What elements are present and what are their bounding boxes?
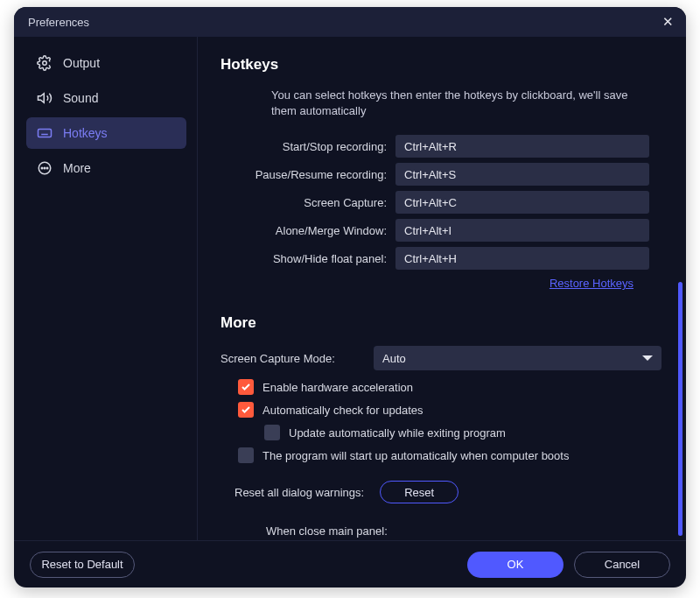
sidebar-item-label: Hotkeys (63, 126, 108, 140)
svg-point-0 (43, 61, 47, 66)
restore-hotkeys-link[interactable]: Restore Hotkeys (550, 277, 634, 290)
check-hw-accel: Enable hardware acceleration (238, 379, 662, 395)
ok-button[interactable]: OK (467, 552, 564, 578)
preferences-window: Preferences ✕ Output (14, 7, 686, 587)
capture-mode-value: Auto (382, 352, 406, 365)
checkbox-auto-update[interactable] (238, 402, 254, 418)
speaker-icon (37, 90, 52, 106)
check-label: Enable hardware acceleration (262, 381, 413, 394)
hotkey-input-screen-capture[interactable] (396, 191, 649, 214)
svg-rect-2 (38, 130, 52, 137)
hotkey-row-alone-merge: Alone/Merge Window: (220, 219, 662, 242)
hotkey-label: Screen Capture: (220, 196, 396, 209)
hotkey-label: Start/Stop recording: (220, 140, 396, 153)
hotkey-row-float-panel: Show/Hide float panel: (220, 247, 662, 270)
more-icon (37, 160, 52, 176)
chevron-down-icon (642, 355, 653, 361)
close-panel-label: When close main panel: (266, 524, 662, 538)
keyboard-icon (37, 125, 52, 141)
svg-point-10 (44, 167, 46, 169)
checkbox-autostart[interactable] (238, 447, 254, 463)
hotkey-input-alone-merge[interactable] (396, 219, 649, 242)
sidebar-item-sound[interactable]: Sound (26, 82, 186, 114)
reset-to-default-button[interactable]: Reset to Default (30, 552, 135, 578)
hotkey-label: Alone/Merge Window: (220, 224, 396, 237)
reset-warnings-label: Reset all dialog warnings: (234, 486, 364, 499)
main-panel: Hotkeys You can select hotkeys then ente… (198, 37, 686, 540)
check-label: The program will start up automatically … (262, 449, 569, 462)
scroll-content: Hotkeys You can select hotkeys then ente… (198, 37, 677, 540)
check-autostart: The program will start up automatically … (238, 447, 662, 463)
check-auto-update: Automatically check for updates (238, 402, 662, 418)
checkbox-hw-accel[interactable] (238, 379, 254, 395)
check-label: Update automatically while exiting progr… (289, 426, 506, 440)
gear-icon (37, 55, 52, 71)
hotkey-label: Show/Hide float panel: (220, 252, 396, 265)
window-body: Output Sound Hotkeys (14, 37, 686, 540)
sidebar-item-label: Sound (63, 91, 98, 105)
sidebar: Output Sound Hotkeys (14, 37, 198, 540)
check-update-exit: Update automatically while exiting progr… (264, 425, 662, 440)
sidebar-item-output[interactable]: Output (26, 47, 186, 79)
sidebar-item-more[interactable]: More (26, 152, 186, 184)
hotkey-row-pause-resume: Pause/Resume recording: (220, 163, 662, 186)
reset-warnings-row: Reset all dialog warnings: Reset (234, 481, 662, 503)
close-icon: ✕ (662, 14, 674, 30)
scrollbar-thumb[interactable] (678, 282, 682, 536)
sidebar-item-label: More (63, 161, 91, 175)
window-title: Preferences (28, 16, 89, 29)
titlebar: Preferences ✕ (14, 7, 686, 37)
more-heading: More (220, 314, 662, 332)
cancel-button[interactable]: Cancel (574, 552, 670, 578)
hotkey-row-start-stop: Start/Stop recording: (220, 135, 662, 158)
reset-warnings-button[interactable]: Reset (380, 481, 458, 503)
hotkey-label: Pause/Resume recording: (220, 168, 396, 181)
svg-point-11 (46, 167, 48, 169)
hotkeys-heading: Hotkeys (220, 56, 662, 74)
check-label: Automatically check for updates (262, 404, 424, 417)
hotkey-input-float-panel[interactable] (396, 247, 649, 270)
capture-mode-row: Screen Capture Mode: Auto (220, 346, 662, 370)
hotkey-input-start-stop[interactable] (396, 135, 649, 158)
close-button[interactable]: ✕ (658, 12, 677, 32)
close-panel-block: When close main panel: Minimize to syste… (266, 524, 662, 540)
svg-point-9 (41, 167, 43, 169)
footer: Reset to Default OK Cancel (14, 540, 686, 587)
sidebar-item-hotkeys[interactable]: Hotkeys (26, 117, 186, 149)
hotkey-row-screen-capture: Screen Capture: (220, 191, 662, 214)
capture-mode-label: Screen Capture Mode: (220, 352, 374, 365)
checkbox-update-exit[interactable] (264, 425, 280, 440)
capture-mode-select[interactable]: Auto (374, 346, 662, 370)
sidebar-item-label: Output (63, 56, 100, 70)
svg-marker-1 (38, 94, 45, 103)
hotkey-input-pause-resume[interactable] (396, 163, 649, 186)
hotkeys-intro: You can select hotkeys then enter the ho… (271, 88, 648, 119)
